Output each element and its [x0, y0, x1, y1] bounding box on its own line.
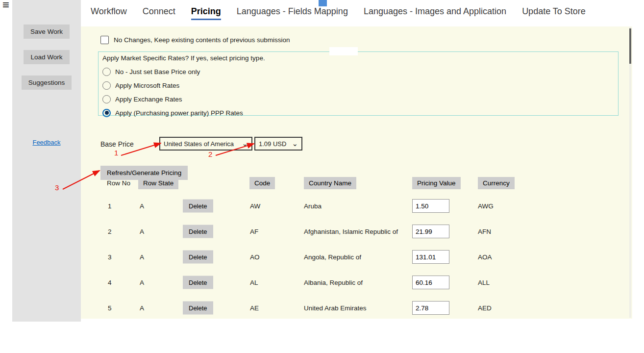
sidebar-button-suggestions[interactable]: Suggestions: [22, 76, 72, 90]
radio-unselected-icon[interactable]: [102, 68, 111, 76]
cell-code: AF: [250, 228, 258, 235]
tab-languages-fields-mapping[interactable]: Languages - Fields Mapping: [237, 6, 348, 19]
tab-languages-images-and-application[interactable]: Languages - Images and Application: [364, 6, 506, 19]
sidebar-button-save-work[interactable]: Save Work: [24, 25, 70, 39]
table-row: 3 A Delete AO Angola, Republic of AOA: [81, 244, 632, 270]
cell-code: AE: [250, 304, 259, 312]
cell-currency: AED: [478, 304, 492, 312]
cell-row-state: A: [140, 253, 144, 261]
delete-button[interactable]: Delete: [183, 200, 213, 213]
sidebar-buttons: Save WorkLoad WorkSuggestions: [12, 0, 81, 90]
base-price-value-dropdown[interactable]: 1.09 USD ⌄: [254, 137, 302, 151]
market-rates-question: Apply Market Specific Rates? If yes, sel…: [102, 54, 265, 62]
cell-row-state: A: [140, 304, 144, 312]
cell-row-state: A: [140, 279, 144, 286]
delete-button[interactable]: Delete: [183, 302, 213, 315]
radio-unselected-icon[interactable]: [102, 95, 111, 103]
radio-option-3[interactable]: Apply Exchange Rates: [102, 92, 243, 106]
tab-connect[interactable]: Connect: [143, 6, 175, 19]
cell-code: AL: [250, 279, 258, 286]
chevron-down-icon: ⌄: [242, 142, 248, 146]
cell-country-name: Albania, Republic of: [304, 279, 363, 286]
base-price-label: Base Price: [100, 140, 134, 148]
price-dropdown-value: 1.09 USD: [259, 140, 286, 148]
menu-icon[interactable]: ≡: [2, 0, 9, 11]
cell-row-state: A: [140, 202, 144, 210]
tab-update-to-store[interactable]: Update To Store: [522, 6, 586, 19]
radio-selected-icon[interactable]: [102, 109, 111, 117]
pricing-type-radio-group: No - Just set Base Price onlyApply Micro…: [102, 65, 243, 120]
chevron-down-icon: ⌄: [292, 142, 298, 146]
cell-country-name: Aruba: [304, 202, 322, 210]
no-changes-checkbox[interactable]: [100, 36, 109, 44]
tab-workflow[interactable]: Workflow: [91, 6, 127, 19]
tooltip-artifact-2: [329, 47, 358, 55]
header-row-no: Row No: [107, 179, 130, 187]
base-price-market-dropdown[interactable]: United States of America ⌄: [159, 137, 252, 151]
cell-country-name: Angola, Republic of: [304, 253, 361, 261]
feedback-link[interactable]: Feedback: [12, 139, 81, 146]
tab-bar: WorkflowConnectPricingLanguages - Fields…: [81, 0, 632, 26]
radio-option-label: Apply Exchange Rates: [115, 96, 182, 103]
cell-row-no: 1: [108, 202, 112, 210]
cell-row-state: A: [140, 228, 144, 235]
header-pricing-value[interactable]: Pricing Value: [412, 177, 461, 189]
cell-currency: AFN: [478, 228, 491, 235]
table-row: 4 A Delete AL Albania, Republic of ALL: [81, 270, 632, 295]
table-row: 5 A Delete AE United Arab Emirates AED: [81, 295, 632, 321]
annotation-number-3: 3: [55, 183, 59, 192]
cell-code: AO: [250, 253, 260, 261]
cell-row-no: 4: [108, 279, 112, 286]
cell-country-name: United Arab Emirates: [304, 304, 367, 312]
app-window: ≡ Save WorkLoad WorkSuggestions Feedback…: [0, 0, 644, 353]
vertical-scrollbar[interactable]: [629, 27, 631, 318]
cell-row-no: 3: [108, 253, 112, 261]
delete-button[interactable]: Delete: [183, 251, 213, 264]
cell-row-no: 2: [108, 228, 112, 235]
tab-pricing[interactable]: Pricing: [191, 6, 221, 20]
radio-option-label: No - Just set Base Price only: [115, 68, 200, 76]
annotation-number-2: 2: [208, 150, 212, 158]
cell-country-name: Afghanistan, Islamic Republic of: [304, 228, 398, 235]
pricing-table-body: 1 A Delete AW Aruba AWG 2 A Delete AF Af…: [81, 193, 632, 321]
sidebar: Save WorkLoad WorkSuggestions Feedback: [12, 0, 81, 322]
pricing-value-input[interactable]: [412, 199, 449, 213]
pricing-value-input[interactable]: [412, 250, 449, 264]
cell-row-no: 5: [108, 304, 112, 312]
radio-option-label: Apply (Purchasing power parity) PPP Rate…: [115, 109, 243, 117]
radio-option-label: Apply Microsoft Rates: [115, 82, 179, 89]
market-rates-groupbox: Apply Market Specific Rates? If yes, sel…: [98, 51, 619, 116]
delete-button[interactable]: Delete: [183, 225, 213, 238]
tooltip-artifact: [319, 0, 327, 6]
header-country-name[interactable]: Country Name: [304, 177, 356, 189]
header-code[interactable]: Code: [249, 177, 275, 189]
market-dropdown-value: United States of America: [164, 140, 234, 148]
cell-currency: ALL: [478, 279, 490, 286]
no-changes-label: No Changes, Keep existing contents of pr…: [114, 36, 290, 44]
scrollbar-thumb[interactable]: [629, 28, 631, 64]
radio-option-4[interactable]: Apply (Purchasing power parity) PPP Rate…: [102, 106, 243, 120]
header-currency[interactable]: Currency: [478, 177, 515, 189]
pricing-value-input[interactable]: [412, 276, 449, 289]
radio-option-2[interactable]: Apply Microsoft Rates: [102, 78, 243, 92]
cell-currency: AOA: [478, 253, 492, 261]
sidebar-button-load-work[interactable]: Load Work: [24, 50, 69, 64]
pricing-value-input[interactable]: [412, 225, 449, 238]
pricing-value-input[interactable]: [412, 301, 449, 315]
annotation-number-1: 1: [114, 149, 118, 157]
cell-code: AW: [250, 202, 260, 210]
header-row-state[interactable]: Row State: [138, 177, 178, 189]
radio-unselected-icon[interactable]: [102, 81, 111, 90]
no-changes-row: No Changes, Keep existing contents of pr…: [100, 36, 290, 44]
radio-option-1[interactable]: No - Just set Base Price only: [102, 65, 243, 78]
table-row: 1 A Delete AW Aruba AWG: [81, 193, 632, 219]
cell-currency: AWG: [478, 202, 494, 210]
table-row: 2 A Delete AF Afghanistan, Islamic Repub…: [81, 219, 632, 244]
delete-button[interactable]: Delete: [183, 276, 213, 289]
